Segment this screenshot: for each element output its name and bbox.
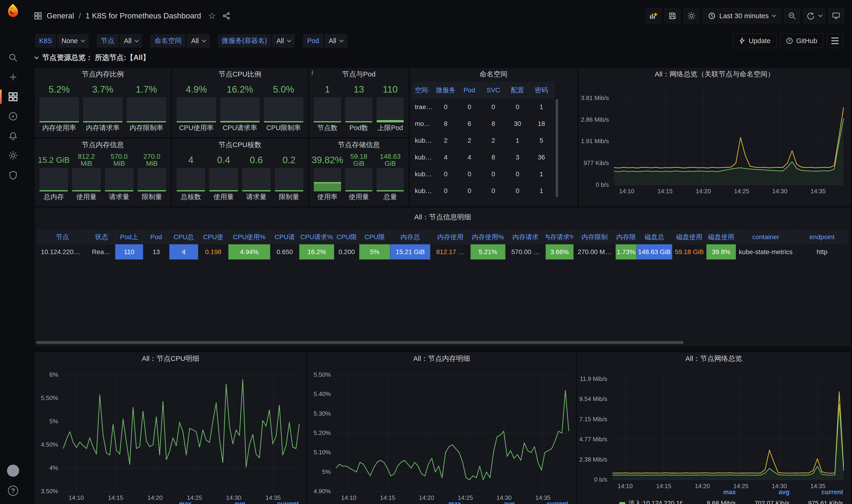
service-select[interactable]: All [272, 34, 295, 48]
column-header[interactable]: 磁盘总 [637, 230, 672, 244]
column-header[interactable]: container [736, 230, 796, 244]
table-cell: 0 [434, 166, 458, 182]
stat-value: 0.6 [250, 152, 263, 168]
column-header[interactable]: 内存总 [390, 230, 431, 244]
column-header[interactable]: CPU使用% [228, 230, 271, 244]
panel-title[interactable]: 节点与Pod [310, 68, 408, 80]
legend-column-header[interactable]: current [515, 500, 568, 504]
column-header[interactable]: 内存限 [616, 230, 637, 244]
time-range-picker[interactable]: Last 30 minutes [703, 8, 781, 23]
legend-series-name[interactable]: 流入:10.124.220.160 [619, 499, 682, 504]
table-cell: 30 [506, 115, 529, 132]
dashboard-settings-gear-icon[interactable] [683, 8, 699, 23]
legend-column-header[interactable]: max [407, 500, 461, 504]
stat-cpu-cores: 0.6请求量 [242, 152, 271, 202]
column-header[interactable]: endpoint [796, 230, 848, 244]
configuration-gear-icon[interactable] [0, 146, 26, 165]
panel-title[interactable]: 节点内存比例 [35, 68, 170, 80]
column-header[interactable]: 空间· [412, 82, 434, 98]
search-icon[interactable] [0, 49, 26, 67]
star-icon[interactable]: ☆ [208, 11, 216, 21]
node-select[interactable]: All [120, 34, 142, 48]
column-header[interactable]: 磁盘使用 [672, 230, 707, 244]
breadcrumb-separator: / [79, 12, 81, 20]
legend-column-header[interactable]: current [245, 500, 299, 504]
breadcrumb-title[interactable]: 1 K8S for Prometheus Dashboard [86, 12, 201, 20]
column-header[interactable]: CPU限 [359, 230, 390, 244]
legend-column-header[interactable]: avg [461, 500, 515, 504]
legend-column-header[interactable]: max [138, 500, 192, 504]
column-header[interactable]: CPU限 [334, 230, 359, 244]
explore-compass-icon[interactable] [0, 107, 26, 125]
column-header[interactable]: CPU请求% [299, 230, 334, 244]
zoom-out-icon[interactable] [784, 8, 800, 23]
column-header[interactable]: 磁盘使用 [707, 230, 736, 244]
panel-title[interactable]: 节点内存信息 [35, 139, 170, 150]
horizontal-scrollbar[interactable] [36, 341, 683, 344]
column-header[interactable]: 内存使用 [431, 230, 471, 244]
create-plus-icon[interactable] [0, 68, 26, 86]
section-row-header[interactable]: 节点资源总览： 所选节点:【All】 [35, 53, 150, 62]
k8s-select[interactable]: None [57, 34, 89, 48]
stat-value: 16.2% [227, 82, 253, 97]
column-header[interactable]: SVC [481, 82, 506, 98]
column-header[interactable]: Pod [143, 230, 169, 244]
stat-gauge [72, 168, 101, 192]
column-header[interactable]: 内存请求 [506, 230, 546, 244]
add-panel-icon[interactable] [645, 8, 661, 23]
column-header[interactable]: 配置 [506, 82, 529, 98]
stat-mem-info: 812.2 MiB使用量 [72, 152, 101, 202]
stat-cpu-ratio: 5.0%CPU限制率 [264, 82, 303, 133]
column-header[interactable]: CPU请 [271, 230, 299, 244]
breadcrumb-section[interactable]: General [47, 12, 74, 20]
legend-column-header[interactable]: current [789, 489, 843, 496]
column-header[interactable]: 状态 [88, 230, 115, 244]
alerting-bell-icon[interactable] [0, 127, 26, 145]
refresh-icon[interactable] [803, 8, 825, 23]
column-header[interactable]: Pod [458, 82, 481, 98]
panel-title[interactable]: 节点CPU核数 [172, 139, 308, 150]
share-icon[interactable] [222, 12, 230, 20]
table-cell: 36 [529, 149, 553, 165]
legend-column-header[interactable]: avg [192, 500, 245, 504]
panel-title[interactable]: 节点CPU比例 [172, 68, 308, 80]
refresh-interval-chevron-icon[interactable] [818, 13, 822, 17]
save-icon[interactable] [664, 8, 680, 23]
pod-select[interactable]: All [325, 34, 347, 48]
dashboards-icon[interactable] [0, 88, 26, 106]
namespace-select[interactable]: All [187, 34, 209, 48]
column-header[interactable]: 内存请求% [546, 230, 574, 244]
stat-value: 4.9% [186, 82, 207, 97]
legend-column-header[interactable]: avg [736, 489, 789, 496]
table-cell: 0 [481, 98, 506, 115]
table-cell: 1.73% [616, 244, 637, 260]
kiosk-menu-icon[interactable] [827, 34, 843, 48]
column-header[interactable]: 内存使用% [471, 230, 506, 244]
vertical-scrollbar[interactable] [556, 99, 558, 197]
cycle-view-monitor-icon[interactable] [828, 8, 844, 23]
legend-column-header[interactable]: max [682, 489, 736, 496]
y-axis-label: 5% [35, 418, 58, 425]
column-header[interactable]: 微服务 [434, 82, 458, 98]
legend-value: 702.07 Kib/s [736, 500, 789, 504]
column-header[interactable]: 内存限制 [574, 230, 616, 244]
panel-title[interactable]: All：节点信息明细 [35, 211, 850, 223]
column-header[interactable]: 密码 [529, 82, 553, 98]
column-header[interactable]: CPU使 [198, 230, 228, 244]
stat-value: 0.2 [282, 152, 296, 168]
help-icon[interactable]: ? [0, 482, 26, 500]
panel-title[interactable]: 节点存储信息 [310, 139, 408, 150]
info-icon[interactable]: i [311, 69, 313, 76]
column-header[interactable]: Pod上 [115, 230, 143, 244]
column-header[interactable]: CPU总 [169, 230, 198, 244]
admin-shield-icon[interactable] [0, 166, 26, 184]
user-avatar[interactable] [0, 462, 26, 480]
table-cell: 16.2% [299, 244, 334, 260]
column-header[interactable]: 节点 [37, 230, 88, 244]
update-button[interactable]: Update [733, 34, 777, 48]
github-button[interactable]: ? GitHub [780, 34, 823, 48]
grafana-logo-icon[interactable] [5, 3, 20, 18]
node-label: 节点 [97, 34, 119, 48]
panel-title[interactable]: 命名空间 [410, 68, 577, 80]
y-axis-label: 3.50% [35, 488, 58, 495]
